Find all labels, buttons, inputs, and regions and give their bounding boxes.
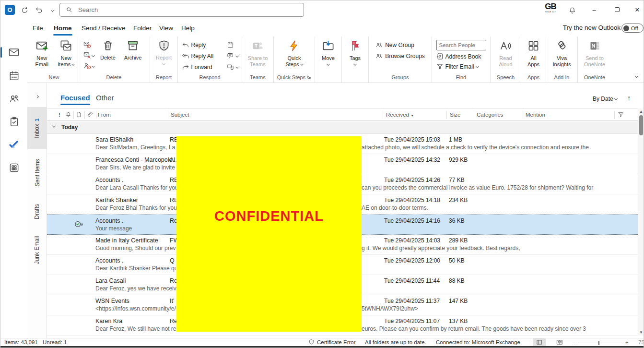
- col-from[interactable]: From: [98, 112, 111, 118]
- col-item-type-icon[interactable]: [76, 111, 82, 119]
- tasks-module-button[interactable]: [7, 115, 21, 128]
- col-attachment-icon[interactable]: [87, 111, 94, 119]
- tab-send-receive[interactable]: Send / Receive: [80, 24, 127, 33]
- move-button[interactable]: Move: [316, 38, 341, 74]
- tab-other[interactable]: Other: [96, 94, 114, 102]
- ribbon: New Email New Items New Delete: [27, 36, 644, 83]
- block-sender-button[interactable]: [83, 62, 94, 70]
- more-apps-button[interactable]: [7, 161, 21, 174]
- sort-by-dropdown[interactable]: By Date: [593, 96, 617, 102]
- vertical-scrollbar[interactable]: ▲ ▼: [638, 108, 644, 336]
- reply-button[interactable]: Reply: [182, 41, 222, 49]
- meeting-button[interactable]: [227, 41, 238, 49]
- scroll-down-arrow[interactable]: ▼: [638, 330, 644, 335]
- zoom-slider[interactable]: [578, 343, 622, 343]
- tab-help[interactable]: Help: [180, 24, 196, 33]
- browse-groups-button[interactable]: Browse Groups: [375, 52, 425, 60]
- scrollbar-thumb[interactable]: [639, 115, 643, 135]
- people-module-button[interactable]: [7, 92, 21, 105]
- new-items-button[interactable]: New Items: [55, 38, 78, 74]
- ribbon-group-quick-steps: Quick Steps Quick Steps: [274, 36, 315, 83]
- new-group-button[interactable]: New Group: [375, 41, 425, 49]
- tags-button[interactable]: Tags: [343, 38, 368, 74]
- report-button[interactable]: Report: [152, 38, 176, 74]
- new-outlook-toggle[interactable]: Off: [621, 24, 644, 33]
- all-apps-button[interactable]: All Apps: [521, 38, 546, 74]
- quick-steps-button[interactable]: Quick Steps: [280, 38, 309, 74]
- ribbon-tab-bar: File Home Send / Receive Folder View Hel…: [27, 20, 644, 36]
- ribbon-group-tags: Tags: [342, 36, 369, 83]
- calendar-module-button[interactable]: [7, 69, 21, 82]
- search-bar[interactable]: [59, 3, 304, 17]
- ribbon-group-new: New Email New Items New: [30, 36, 78, 83]
- col-subject[interactable]: Subject: [171, 112, 189, 118]
- reading-view-button[interactable]: [553, 338, 566, 346]
- search-people-input[interactable]: [436, 40, 486, 50]
- archive-button[interactable]: Archive: [120, 38, 145, 74]
- group-header-today[interactable]: Today: [47, 121, 638, 134]
- minimize-button[interactable]: –: [583, 0, 605, 19]
- new-email-button[interactable]: New Email: [30, 38, 54, 74]
- move-folder-icon: [322, 39, 335, 54]
- archive-icon: [127, 39, 139, 53]
- quick-access-toolbar-menu[interactable]: [47, 4, 58, 16]
- forward-button[interactable]: Forward: [182, 63, 222, 71]
- account-logo[interactable]: GB TECH GIT: [542, 2, 559, 13]
- scroll-up-arrow[interactable]: ▲: [638, 109, 644, 114]
- col-importance[interactable]: !: [59, 112, 60, 118]
- flag-icon: [349, 39, 362, 54]
- tab-folder[interactable]: Folder: [132, 24, 153, 33]
- share-to-teams-button[interactable]: Share to Teams: [246, 38, 270, 74]
- delete-button[interactable]: Delete: [96, 38, 119, 74]
- filter-email-button[interactable]: Filter Email: [436, 62, 486, 71]
- sort-direction-button[interactable]: ↑: [627, 94, 631, 102]
- search-input[interactable]: [77, 6, 279, 14]
- send-receive-sync-button[interactable]: [19, 4, 30, 16]
- viva-insights-button[interactable]: Viva Insights: [550, 38, 574, 74]
- report-shield-icon: [158, 39, 170, 53]
- reply-all-button[interactable]: Reply All: [182, 52, 222, 60]
- zoom-out-button[interactable]: –: [572, 339, 575, 345]
- mail-module-button[interactable]: [7, 46, 21, 59]
- dialog-launcher-icon[interactable]: [307, 75, 311, 79]
- zoom-in-button[interactable]: +: [625, 339, 629, 345]
- tasks-clipboard-icon: [9, 116, 20, 127]
- tab-home[interactable]: Home: [52, 24, 73, 33]
- respond-devices-button[interactable]: [227, 63, 238, 71]
- col-size[interactable]: Size: [450, 112, 460, 118]
- folder-drafts[interactable]: Drafts: [27, 196, 47, 227]
- reply-with-im-button[interactable]: [227, 52, 238, 60]
- filter-column-icon[interactable]: [618, 111, 624, 119]
- maximize-button[interactable]: [606, 0, 628, 19]
- folder-junk-email[interactable]: Junk Email: [27, 229, 47, 271]
- group-label-find: Find: [432, 74, 490, 83]
- col-received[interactable]: Received ▼: [386, 112, 414, 118]
- read-aloud-button[interactable]: Read Aloud: [493, 38, 518, 74]
- notifications-button[interactable]: [566, 4, 578, 16]
- normal-view-button[interactable]: [533, 338, 546, 346]
- certificate-error-label[interactable]: Certificate Error: [317, 339, 356, 345]
- col-categories[interactable]: Categories: [477, 112, 503, 118]
- todo-module-button[interactable]: [7, 138, 21, 151]
- tab-view[interactable]: View: [158, 24, 175, 33]
- confidential-overlay: CONFIDENTIAL: [176, 136, 362, 332]
- folder-inbox[interactable]: Inbox1: [27, 107, 47, 149]
- send-to-onenote-button[interactable]: Send to OneNote: [582, 38, 607, 74]
- expand-folder-pane-button[interactable]: [27, 91, 47, 102]
- tab-file[interactable]: File: [31, 24, 45, 33]
- certificate-error-icon[interactable]: [308, 339, 315, 346]
- close-button[interactable]: ✕: [626, 0, 644, 19]
- ignore-button[interactable]: [83, 41, 94, 48]
- zoom-slider-thumb[interactable]: [598, 341, 599, 345]
- maximize-icon: [615, 7, 620, 12]
- folder-sent-items[interactable]: Sent Items: [27, 151, 47, 194]
- group-label-onenote: OneNote: [578, 74, 611, 83]
- junk-button[interactable]: [83, 51, 94, 59]
- undo-button[interactable]: [33, 4, 45, 16]
- chevron-right-icon: [35, 95, 39, 98]
- address-book-button[interactable]: Address Book: [436, 52, 486, 60]
- tab-focused[interactable]: Focused: [60, 94, 90, 102]
- ribbon-group-delete: Delete Archive Delete: [78, 36, 150, 83]
- col-mention[interactable]: Mention: [526, 112, 545, 118]
- col-reminder-bell-icon[interactable]: [65, 111, 71, 119]
